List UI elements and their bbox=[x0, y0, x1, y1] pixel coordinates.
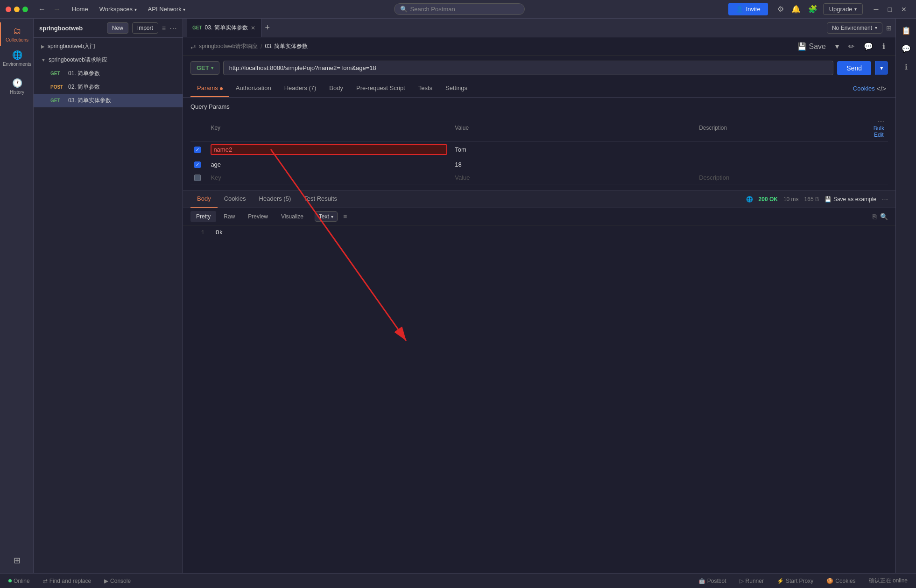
close-window-button[interactable] bbox=[6, 7, 11, 12]
maximize-window-button[interactable] bbox=[22, 7, 28, 12]
close-button[interactable]: ✕ bbox=[897, 5, 910, 14]
sidebar-item-history[interactable]: 🕐 History bbox=[0, 74, 33, 98]
key-input[interactable] bbox=[211, 161, 447, 168]
env-selector[interactable]: No Environment ▾ bbox=[827, 22, 882, 34]
restore-button[interactable]: □ bbox=[884, 5, 895, 14]
import-button[interactable]: Import bbox=[132, 22, 158, 34]
code-icon[interactable]: </> bbox=[875, 83, 888, 94]
add-tab-button[interactable]: + bbox=[261, 23, 274, 33]
save-dropdown-button[interactable]: ▾ bbox=[832, 41, 842, 52]
send-dropdown-button[interactable]: ▾ bbox=[875, 61, 888, 75]
more-options-button[interactable]: ⋯ bbox=[878, 118, 884, 125]
env-grid-icon[interactable]: ⊞ bbox=[886, 24, 892, 32]
search-bar[interactable]: 🔍 Search Postman bbox=[394, 3, 525, 15]
tab-params[interactable]: Params bbox=[190, 80, 229, 97]
api-network-label: API Network bbox=[148, 6, 182, 13]
sidebar-item-collections[interactable]: 🗂 Collections bbox=[0, 22, 33, 46]
sidebar: 🗂 Collections 🌐 Environments 🕐 History ⊞ bbox=[0, 19, 34, 573]
copy-icon[interactable]: ⎘ bbox=[873, 213, 876, 220]
more-options-icon[interactable]: ⋯ bbox=[169, 24, 177, 33]
workspace-name: springbootweb bbox=[39, 25, 103, 32]
url-input[interactable] bbox=[223, 61, 834, 75]
format-selector[interactable]: Text ▾ bbox=[315, 211, 338, 222]
home-link[interactable]: Home bbox=[67, 4, 93, 14]
sidebar-item-apis[interactable]: ⊞ bbox=[0, 552, 33, 569]
list-item[interactable]: ▶ springbootweb入门 bbox=[34, 40, 183, 53]
request-tab[interactable]: GET 03. 简单实体参数 ✕ bbox=[187, 19, 261, 37]
resp-tab-cookies[interactable]: Cookies bbox=[218, 190, 253, 208]
postbot-icon: 🤖 bbox=[698, 578, 705, 584]
row-checkbox[interactable] bbox=[194, 175, 201, 181]
tab-close-icon[interactable]: ✕ bbox=[251, 25, 255, 31]
workspaces-link[interactable]: Workspaces ▾ bbox=[95, 4, 141, 14]
response-body: 1 Ok bbox=[183, 225, 895, 573]
resp-tab-body[interactable]: Body bbox=[190, 190, 218, 208]
send-button[interactable]: Send bbox=[837, 61, 871, 75]
postbot-item[interactable]: 🤖 Postbot bbox=[696, 577, 729, 585]
upgrade-button[interactable]: Upgrade ▾ bbox=[823, 3, 863, 15]
row-checkbox[interactable] bbox=[194, 147, 201, 153]
left-panel: springbootweb New Import ≡ ⋯ ▶ springboo… bbox=[34, 19, 183, 573]
edit-icon[interactable]: ✏ bbox=[846, 41, 857, 52]
tab-body[interactable]: Body bbox=[323, 80, 350, 97]
new-button[interactable]: New bbox=[107, 22, 128, 34]
invite-button[interactable]: 👤 Invite bbox=[728, 3, 768, 15]
start-proxy-item[interactable]: ⚡ Start Proxy bbox=[774, 577, 816, 585]
collection-name: springbootweb入门 bbox=[48, 42, 95, 50]
response-time: 10 ms bbox=[783, 196, 799, 203]
right-sidebar-info-icon[interactable]: ℹ bbox=[901, 59, 911, 75]
tab-settings[interactable]: Settings bbox=[439, 80, 474, 97]
cookies-item[interactable]: 🍪 Cookies bbox=[824, 577, 858, 585]
status-code: 200 OK bbox=[759, 196, 778, 203]
view-tab-raw[interactable]: Raw bbox=[218, 211, 240, 222]
right-sidebar-clipboard-icon[interactable]: 📋 bbox=[898, 22, 915, 39]
search-response-icon[interactable]: 🔍 bbox=[880, 213, 888, 220]
find-replace-item[interactable]: ⇄ Find and replace bbox=[40, 577, 94, 585]
forward-button[interactable]: → bbox=[50, 4, 63, 14]
cookies-link[interactable]: Cookies bbox=[853, 85, 875, 92]
extension-icon[interactable]: 🧩 bbox=[806, 3, 819, 15]
filter-icon[interactable]: ≡ bbox=[162, 24, 166, 32]
resp-tab-test-results[interactable]: Test Results bbox=[297, 190, 344, 208]
sidebar-item-environments[interactable]: 🌐 Environments bbox=[0, 46, 33, 70]
save-example-button[interactable]: 💾 Save as example bbox=[824, 196, 876, 203]
tab-headers[interactable]: Headers (7) bbox=[278, 80, 323, 97]
bulk-edit-button[interactable]: Bulk Edit bbox=[874, 125, 884, 138]
navigation-arrows: ← → bbox=[35, 4, 63, 14]
tab-tests[interactable]: Tests bbox=[412, 80, 439, 97]
minimize-window-button[interactable] bbox=[14, 7, 20, 12]
bell-icon[interactable]: 🔔 bbox=[789, 3, 803, 15]
status-right-item: 确认正在 online bbox=[866, 576, 910, 586]
online-status[interactable]: Online bbox=[6, 577, 33, 585]
list-item[interactable]: POST 02. 简单参数 bbox=[34, 80, 183, 94]
response-more-button[interactable]: ⋯ bbox=[882, 196, 888, 203]
list-item[interactable]: ▼ springbootweb请求响应 bbox=[34, 53, 183, 67]
tab-pre-request-script[interactable]: Pre-request Script bbox=[350, 80, 412, 97]
comment-icon[interactable]: 💬 bbox=[861, 41, 876, 52]
request-name: 02. 简单参数 bbox=[68, 83, 100, 91]
person-icon: 👤 bbox=[736, 6, 743, 13]
view-tab-pretty[interactable]: Pretty bbox=[190, 211, 216, 222]
row-checkbox[interactable] bbox=[194, 161, 201, 168]
api-network-link[interactable]: API Network ▾ bbox=[143, 4, 190, 14]
back-button[interactable]: ← bbox=[35, 4, 49, 14]
list-item[interactable]: GET 03. 简单实体参数 bbox=[34, 94, 183, 107]
right-sidebar-comment-icon[interactable]: 💬 bbox=[898, 41, 915, 57]
method-select[interactable]: GET ▾ bbox=[190, 61, 219, 75]
response-status-bar: 🌐 200 OK 10 ms 165 B 💾 Save as example ⋯ bbox=[746, 196, 888, 203]
key-input[interactable] bbox=[211, 144, 447, 155]
runner-item[interactable]: ▷ Runner bbox=[737, 577, 767, 585]
save-button[interactable]: 💾 Save bbox=[795, 41, 829, 52]
tab-authorization[interactable]: Authorization bbox=[229, 80, 278, 97]
view-tab-visualize[interactable]: Visualize bbox=[275, 211, 309, 222]
minimize-button[interactable]: ─ bbox=[870, 5, 882, 14]
view-tab-preview[interactable]: Preview bbox=[242, 211, 274, 222]
list-item[interactable]: GET 01. 简单参数 bbox=[34, 67, 183, 80]
console-item[interactable]: ▶ Console bbox=[101, 577, 134, 585]
settings-icon[interactable]: ⚙ bbox=[775, 3, 786, 15]
titlebar-controls bbox=[6, 7, 28, 12]
wrap-icon[interactable]: ≡ bbox=[343, 213, 347, 220]
info-icon[interactable]: ℹ bbox=[880, 41, 888, 52]
resp-tab-headers[interactable]: Headers (5) bbox=[253, 190, 298, 208]
response-view-icons: ⎘ 🔍 bbox=[873, 213, 888, 220]
